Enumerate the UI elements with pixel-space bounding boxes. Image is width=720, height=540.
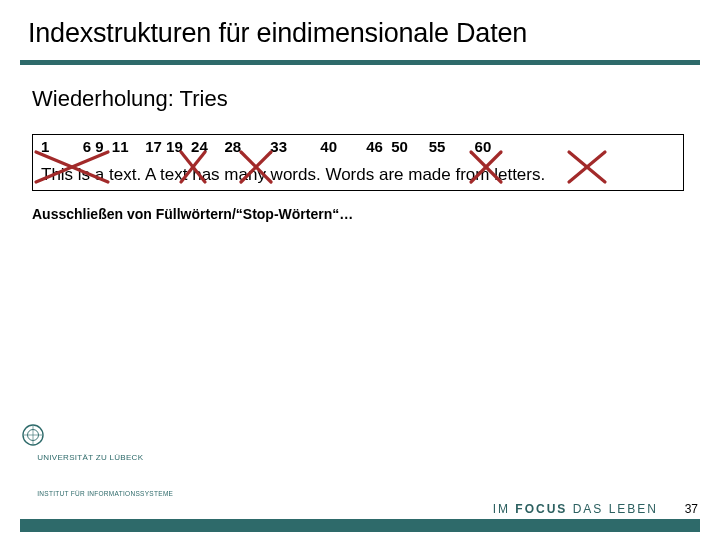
- slide: Indexstrukturen für eindimensionale Date…: [0, 0, 720, 540]
- title-rule: [20, 60, 700, 65]
- example-box: 1 6 9 11 17 19 24 28 33 40 46 50 55 60 T…: [32, 134, 684, 191]
- university-line1: UNIVERSITÄT ZU LÜBECK: [37, 453, 143, 462]
- tagline-bold: FOCUS: [515, 502, 567, 516]
- university-line2: INSTITUT FÜR INFORMATIONSSYSTEME: [37, 490, 173, 497]
- page-number: 37: [685, 502, 698, 516]
- sentence-row: This is a text. A text has many words. W…: [41, 165, 545, 185]
- seal-icon: [22, 424, 44, 446]
- tagline: IM FOCUS DAS LEBEN: [493, 502, 658, 516]
- position-row: 1 6 9 11 17 19 24 28 33 40 46 50 55 60: [41, 138, 491, 155]
- caption: Ausschließen von Füllwörtern/“Stop-Wörte…: [32, 206, 353, 222]
- tagline-suffix: DAS LEBEN: [567, 502, 658, 516]
- university-logo: UNIVERSITÄT ZU LÜBECK INSTITUT FÜR INFOR…: [22, 424, 173, 518]
- footer-bar: [20, 519, 700, 532]
- slide-title: Indexstrukturen für eindimensionale Date…: [28, 18, 527, 49]
- slide-subtitle: Wiederholung: Tries: [32, 86, 228, 112]
- logo-text: UNIVERSITÄT ZU LÜBECK INSTITUT FÜR INFOR…: [22, 453, 173, 516]
- tagline-prefix: IM: [493, 502, 516, 516]
